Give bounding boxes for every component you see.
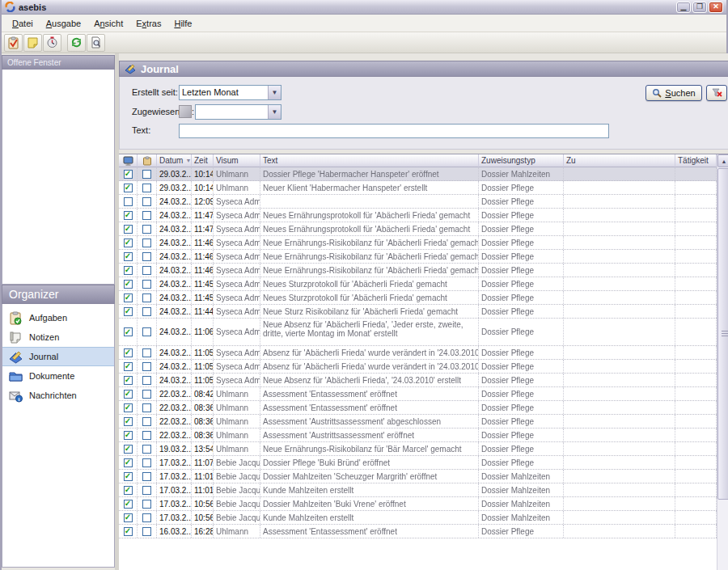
sidebar-item-notizen[interactable]: Notizen [2, 327, 114, 347]
read-checkbox[interactable]: ✓ [124, 445, 133, 454]
table-row[interactable]: ✓29.03.2...10:14UhlmannDossier Pflege 'H… [119, 167, 717, 181]
scroll-up-icon[interactable]: ▲ [717, 154, 728, 167]
table-row[interactable]: ✓24.03.2...11:47Syseca Adm...Neues Ernäh… [119, 209, 717, 222]
table-row[interactable]: ✓22.03.2...08:42UhlmannAssessment 'Entas… [119, 387, 717, 401]
read-checkbox[interactable]: ✓ [124, 472, 133, 481]
read-checkbox[interactable]: ✓ [124, 252, 133, 261]
sidebar-item-journal[interactable]: Journal [2, 347, 114, 366]
toolbar-button-clock[interactable] [43, 34, 61, 52]
flag-checkbox[interactable] [142, 527, 151, 536]
flag-checkbox[interactable] [142, 513, 151, 522]
flag-checkbox[interactable] [142, 307, 151, 316]
menu-item-datei[interactable]: Datei [6, 17, 39, 30]
read-checkbox[interactable]: ✓ [124, 293, 133, 302]
table-row[interactable]: ✓24.03.2...11:47Syseca Adm...Neues Ernäh… [119, 222, 717, 236]
flag-checkbox[interactable] [142, 472, 151, 481]
read-checkbox[interactable]: ✓ [124, 239, 133, 247]
table-row[interactable]: ✓24.03.2...11:46Syseca Adm...Neue Ernähr… [119, 250, 717, 264]
column-header-zuweisungstyp[interactable]: Zuweisungstyp [479, 154, 564, 167]
sidebar-item-nachrichten[interactable]: iNachrichten [2, 386, 114, 405]
table-row[interactable]: ✓29.03.2...10:14UhlmannNeuer Klient 'Hab… [119, 181, 717, 195]
menu-item-hilfe[interactable]: Hilfe [168, 17, 197, 30]
table-row[interactable]: ✓24.03.2...11:45Syseca Adm...Neues Sturz… [119, 277, 717, 291]
read-checkbox[interactable]: ✓ [124, 513, 133, 522]
read-checkbox[interactable]: ✓ [124, 486, 133, 495]
flag-checkbox[interactable] [142, 431, 151, 440]
read-checkbox[interactable]: ✓ [124, 348, 133, 357]
assigned-to-dropdown[interactable]: ▼ [195, 104, 281, 120]
minimize-button[interactable]: ▁ [676, 2, 691, 13]
flag-checkbox[interactable] [142, 390, 151, 399]
table-row[interactable]: ✓22.03.2...08:36UhlmannAssessment 'Austr… [119, 429, 717, 442]
flag-checkbox[interactable] [142, 184, 151, 192]
table-row[interactable]: ✓24.03.2...11:45Syseca Adm...Neues Sturz… [119, 291, 717, 305]
menu-item-ansicht[interactable]: Ansicht [88, 17, 129, 30]
menu-item-extras[interactable]: Extras [130, 17, 167, 30]
read-checkbox[interactable]: ✓ [124, 211, 133, 220]
toolbar-button-print-preview[interactable] [87, 34, 105, 52]
table-row[interactable]: ✓24.03.2...11:46Syseca Adm...Neue Ernähr… [119, 236, 717, 250]
search-button[interactable]: Suchen [645, 85, 702, 101]
read-checkbox[interactable]: ✓ [124, 527, 133, 536]
read-checkbox[interactable]: ✓ [124, 307, 133, 316]
table-row[interactable]: ✓17.03.2...11:01Bebie Jacqu...Kunde Mahl… [119, 483, 717, 497]
column-header-datum[interactable]: Datum▼ [157, 154, 192, 167]
scrollbar-thumb[interactable] [717, 168, 728, 500]
flag-checkbox[interactable] [142, 327, 151, 336]
flag-checkbox[interactable] [142, 458, 151, 467]
text-filter-input[interactable] [179, 124, 609, 138]
read-checkbox[interactable]: ✓ [124, 431, 133, 440]
table-row[interactable]: ✓24.03.2...11:05Syseca Adm...Absenz für … [119, 346, 717, 360]
toolbar-button-note[interactable] [23, 34, 42, 52]
table-row[interactable]: ✓22.03.2...08:36UhlmannAssessment 'Entas… [119, 401, 717, 415]
toolbar-button-refresh[interactable] [67, 34, 86, 52]
created-since-dropdown[interactable]: Letzten Monat ▼ [179, 85, 281, 100]
read-checkbox[interactable]: ✓ [124, 417, 133, 426]
table-row[interactable]: ✓24.03.2...11:44Syseca Adm...Neue Sturz … [119, 305, 717, 319]
flag-checkbox[interactable] [142, 417, 151, 426]
flag-checkbox[interactable] [142, 225, 151, 234]
flag-checkbox[interactable] [142, 376, 151, 385]
flag-checkbox[interactable] [142, 445, 151, 454]
read-checkbox[interactable]: ✓ [124, 390, 133, 399]
flag-checkbox[interactable] [142, 252, 151, 261]
column-header-visum[interactable]: Visum [214, 154, 260, 167]
flag-checkbox[interactable] [142, 170, 151, 179]
read-checkbox[interactable]: ✓ [124, 327, 133, 336]
read-checkbox[interactable]: ✓ [124, 280, 133, 289]
read-checkbox[interactable]: ✓ [124, 225, 133, 234]
read-checkbox[interactable] [124, 197, 133, 206]
read-checkbox[interactable]: ✓ [124, 184, 133, 192]
column-header-zeit[interactable]: Zeit [192, 154, 214, 167]
column-header-tätigkeit[interactable]: Tätigkeit [675, 154, 717, 167]
flag-checkbox[interactable] [142, 239, 151, 247]
table-row[interactable]: ✓17.03.2...10:56Bebie Jacqu...Kunde Mahl… [119, 511, 717, 525]
flag-checkbox[interactable] [142, 293, 151, 302]
flag-checkbox[interactable] [142, 403, 151, 412]
table-row[interactable]: ✓24.03.2...11:06Syseca Adm...Neue Absenz… [119, 319, 717, 346]
toolbar-button-task-check[interactable] [4, 34, 23, 52]
table-row[interactable]: ✓22.03.2...08:36UhlmannAssessment 'Austr… [119, 415, 717, 429]
flag-checkbox[interactable] [142, 211, 151, 220]
flag-checkbox[interactable] [142, 280, 151, 289]
table-row[interactable]: ✓24.03.2...11:46Syseca Adm...Neue Ernähr… [119, 264, 717, 277]
flag-checkbox[interactable] [142, 348, 151, 357]
open-windows-list[interactable] [2, 70, 115, 285]
table-row[interactable]: ✓24.03.2...11:05Syseca Adm...Absenz für … [119, 360, 717, 374]
read-checkbox[interactable]: ✓ [124, 376, 133, 385]
close-button[interactable]: ✕ [709, 2, 723, 13]
chevron-down-icon[interactable]: ▼ [268, 86, 281, 99]
assigned-to-picker-button[interactable] [179, 105, 192, 118]
read-checkbox[interactable]: ✓ [124, 170, 133, 179]
sidebar-item-aufgaben[interactable]: Aufgaben [2, 308, 114, 327]
table-row[interactable]: ✓16.03.2...16:28UhlmannAssessment 'Entas… [119, 525, 717, 538]
restore-button[interactable]: ❐ [692, 2, 707, 13]
flag-checkbox[interactable] [142, 362, 151, 371]
read-checkbox[interactable]: ✓ [124, 362, 133, 371]
flag-checkbox[interactable] [142, 266, 151, 275]
column-header-monitor-icon[interactable] [119, 154, 138, 167]
table-row[interactable]: ✓17.03.2...10:56Bebie Jacqu...Dossier Ma… [119, 497, 717, 511]
read-checkbox[interactable]: ✓ [124, 500, 133, 509]
read-checkbox[interactable]: ✓ [124, 403, 133, 412]
flag-checkbox[interactable] [142, 197, 151, 206]
